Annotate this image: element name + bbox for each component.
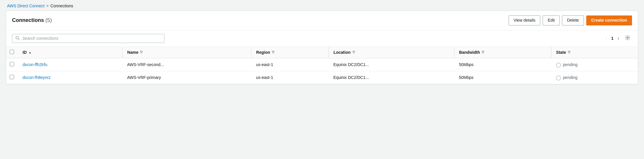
connection-id-link[interactable]: dxcon-ffh2lrfu (23, 62, 47, 67)
row-name-cell: AWS-VRF-second... (122, 58, 251, 71)
row-location-cell: Equinix DC2/DC1... (329, 58, 454, 71)
row-location-cell: Equinix DC2/DC1... (329, 71, 454, 84)
col-header-name[interactable]: Name ▽ (122, 47, 251, 58)
row-checkbox[interactable] (10, 62, 14, 66)
panel-title: Connections (5) (12, 17, 52, 23)
settings-button[interactable] (623, 34, 632, 42)
row-bandwidth-cell: 50Mbps (454, 58, 551, 71)
toolbar-row: ‹ 1 › (6, 30, 638, 47)
panel-title-text: Connections (12, 17, 44, 23)
state-text: pending (563, 75, 577, 80)
row-state-cell: ◯ pending (551, 58, 638, 71)
next-page-button[interactable]: › (616, 35, 621, 42)
connection-id-link[interactable]: dxcon-fh8eynrz (23, 75, 51, 80)
col-bandwidth-label: Bandwidth (459, 50, 480, 55)
col-region-label: Region (256, 50, 270, 55)
svg-line-1 (18, 39, 20, 40)
table-row: dxcon-fh8eynrz AWS-VRF-primary us-east-1… (6, 71, 638, 84)
pagination-row: ‹ 1 › (604, 34, 632, 42)
col-header-location[interactable]: Location ▽ (329, 47, 454, 58)
select-all-checkbox[interactable] (10, 50, 14, 54)
svg-point-2 (627, 37, 628, 39)
row-id-cell: dxcon-ffh2lrfu (18, 58, 122, 71)
panel-header: Connections (5) View details Edit Delete… (6, 11, 638, 30)
row-state-cell: ◯ pending (551, 71, 638, 84)
row-checkbox-cell (6, 58, 18, 71)
search-icon (15, 36, 20, 41)
prev-page-button[interactable]: ‹ (604, 35, 609, 42)
connections-panel: Connections (5) View details Edit Delete… (6, 11, 638, 84)
state-text: pending (563, 62, 577, 67)
col-header-bandwidth[interactable]: Bandwidth ▽ (454, 47, 551, 58)
pending-status-icon: ◯ (556, 62, 561, 68)
col-header-state[interactable]: State ▽ (551, 47, 638, 58)
row-region-cell: us-east-1 (251, 58, 329, 71)
table-row: dxcon-ffh2lrfu AWS-VRF-second... us-east… (6, 58, 638, 71)
col-region-sort-icon: ▽ (272, 50, 274, 54)
delete-button[interactable]: Delete (562, 15, 584, 25)
select-all-header (6, 47, 18, 58)
col-state-sort-icon: ▽ (568, 50, 570, 54)
breadcrumb-separator: > (46, 4, 49, 8)
breadcrumb-parent-link[interactable]: AWS Direct Connect (7, 4, 45, 8)
row-id-cell: dxcon-fh8eynrz (18, 71, 122, 84)
connections-table: ID ▲ Name ▽ Region ▽ (6, 47, 638, 84)
row-checkbox[interactable] (10, 75, 14, 79)
pending-status-icon: ◯ (556, 75, 561, 80)
create-connection-button[interactable]: Create connection (586, 15, 632, 25)
col-bandwidth-sort-icon: ▽ (482, 50, 484, 54)
col-name-label: Name (127, 50, 138, 55)
search-input[interactable] (22, 36, 161, 41)
col-location-label: Location (333, 50, 350, 55)
col-header-region[interactable]: Region ▽ (251, 47, 329, 58)
col-name-sort-icon: ▽ (140, 50, 142, 54)
view-details-button[interactable]: View details (509, 15, 540, 25)
row-checkbox-cell (6, 71, 18, 84)
col-header-id[interactable]: ID ▲ (18, 47, 122, 58)
current-page-number: 1 (611, 36, 614, 41)
edit-button[interactable]: Edit (543, 15, 560, 25)
col-id-sort-icon: ▲ (28, 51, 32, 54)
panel-title-group: Connections (5) (12, 17, 52, 23)
col-location-sort-icon: ▽ (352, 50, 355, 54)
col-id-label: ID (23, 50, 27, 55)
row-bandwidth-cell: 50Mbps (454, 71, 551, 84)
breadcrumb-current: Connections (50, 4, 73, 8)
row-region-cell: us-east-1 (251, 71, 329, 84)
panel-count: (5) (45, 17, 52, 23)
breadcrumb: AWS Direct Connect > Connections (0, 0, 644, 11)
search-box-container (12, 34, 164, 43)
header-actions: View details Edit Delete Create connecti… (509, 15, 632, 25)
row-name-cell: AWS-VRF-primary (122, 71, 251, 84)
col-state-label: State (556, 50, 566, 55)
